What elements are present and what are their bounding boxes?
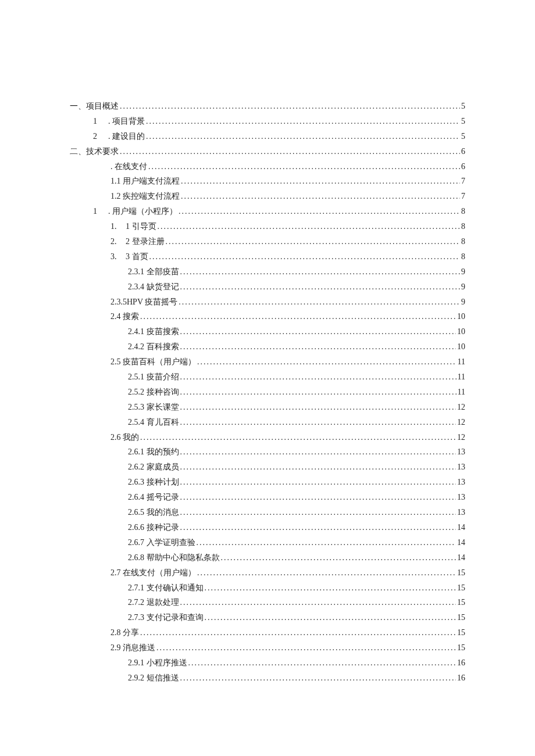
toc-entry: 2.4.1 疫苗搜索10 xyxy=(70,324,465,339)
toc-entry-number: 1 xyxy=(93,114,108,129)
toc-entry-page: 13 xyxy=(456,460,465,475)
toc-entry-page: 6 xyxy=(460,159,465,174)
toc-leader-dots xyxy=(187,655,456,671)
toc-entry-page: 8 xyxy=(460,234,465,249)
toc-leader-dots xyxy=(204,581,456,596)
toc-leader-dots xyxy=(139,430,456,445)
toc-entry: 1.1 引导页8 xyxy=(70,219,465,234)
toc-entry-text: 1 引导页 xyxy=(126,219,156,234)
toc-entry-text: 2.6.7 入学证明查验 xyxy=(128,535,195,550)
toc-entry: 2.3.5HPV 疫苗摇号9 xyxy=(70,295,465,310)
toc-entry-text: 2.4.1 疫苗搜索 xyxy=(128,324,179,339)
toc-entry-text: 2.7.3 支付记录和查询 xyxy=(128,610,204,625)
toc-entry-text: . 用户端（小程序） xyxy=(108,204,177,219)
toc-leader-dots xyxy=(177,204,460,219)
toc-entry: . 在线支付6 xyxy=(70,159,465,174)
toc-entry-number: 2. xyxy=(110,234,126,249)
toc-entry: 一、项目概述5 xyxy=(70,99,465,114)
toc-entry-text: 2.7.1 支付确认和通知 xyxy=(128,581,204,596)
toc-entry: 1. 用户端（小程序）8 xyxy=(70,204,465,219)
toc-entry: 2.5.1 疫苗介绍11 xyxy=(70,370,465,385)
toc-entry: 2.7.1 支付确认和通知15 xyxy=(70,581,465,596)
toc-entry-page: 9 xyxy=(460,280,465,295)
toc-entry: 2.4 搜索10 xyxy=(70,309,465,324)
toc-entry-number: 1. xyxy=(110,219,126,234)
toc-entry-text: 2.5.1 疫苗介绍 xyxy=(128,370,179,385)
toc-entry: 2.5 疫苗百科（用户端）11 xyxy=(70,354,465,370)
toc-entry: 2.6.8 帮助中心和隐私条款14 xyxy=(70,550,465,565)
toc-leader-dots xyxy=(195,535,456,550)
toc-entry-page: 9 xyxy=(460,295,465,310)
toc-leader-dots xyxy=(179,324,456,339)
toc-entry: 2.8 分享15 xyxy=(70,625,465,640)
toc-entry: 2.6.2 家庭成员13 xyxy=(70,460,465,475)
toc-entry: 2.3.4 缺货登记9 xyxy=(70,280,465,295)
toc-entry-page: 10 xyxy=(456,324,465,339)
toc-entry: 2.9 消息推送15 xyxy=(70,640,465,655)
toc-entry-page: 15 xyxy=(456,640,465,655)
toc-leader-dots xyxy=(179,415,456,430)
toc-entry-text: 2 登录注册 xyxy=(126,234,165,249)
toc-entry-page: 11 xyxy=(456,385,465,400)
toc-leader-dots xyxy=(179,385,456,400)
toc-entry: 2.6.4 摇号记录13 xyxy=(70,490,465,505)
toc-entry-text: 2.9.1 小程序推送 xyxy=(128,655,187,671)
toc-entry: 2.7 在线支付（用户端）15 xyxy=(70,565,465,581)
toc-entry-page: 12 xyxy=(456,400,465,415)
toc-entry-text: 2.4 搜索 xyxy=(110,309,139,324)
table-of-contents: 一、项目概述51. 项目背景52. 建设目的5二、技术要求6. 在线支付61.1… xyxy=(70,99,465,686)
toc-entry: 2.2 登录注册8 xyxy=(70,234,465,249)
toc-leader-dots xyxy=(179,339,456,354)
toc-leader-dots xyxy=(145,129,460,144)
toc-leader-dots xyxy=(156,219,461,234)
toc-entry-page: 6 xyxy=(460,144,465,159)
toc-leader-dots xyxy=(148,249,461,264)
toc-entry: 2.5.2 接种咨询11 xyxy=(70,385,465,400)
toc-entry-page: 8 xyxy=(460,204,465,219)
toc-entry: 2.6.7 入学证明查验14 xyxy=(70,535,465,550)
toc-entry: 2.6.5 我的消息13 xyxy=(70,505,465,520)
toc-entry-text: 2.5.4 育儿百科 xyxy=(128,415,179,430)
toc-entry-page: 13 xyxy=(456,490,465,505)
toc-leader-dots xyxy=(204,610,456,625)
toc-leader-dots xyxy=(119,99,460,114)
toc-entry-text: . 在线支付 xyxy=(110,159,147,174)
toc-entry-page: 13 xyxy=(456,475,465,490)
toc-leader-dots xyxy=(179,370,456,385)
toc-entry: 2.6.6 接种记录14 xyxy=(70,520,465,535)
toc-entry-text: 2.5.3 家长课堂 xyxy=(128,400,179,415)
toc-entry-number: 2 xyxy=(93,129,108,144)
toc-entry-text: 1.2 疾控端支付流程 xyxy=(110,189,180,204)
toc-entry-text: 2.4.2 百科搜索 xyxy=(128,339,179,354)
toc-entry-page: 12 xyxy=(456,415,465,430)
toc-leader-dots xyxy=(179,475,456,490)
toc-entry-text: 二、技术要求 xyxy=(70,144,119,159)
toc-entry: 2. 建设目的5 xyxy=(70,129,465,144)
toc-entry-page: 13 xyxy=(456,445,465,460)
toc-entry: 2.9.2 短信推送16 xyxy=(70,671,465,686)
toc-entry-text: 2.6.3 接种计划 xyxy=(128,475,179,490)
toc-entry-page: 5 xyxy=(460,99,465,114)
toc-leader-dots xyxy=(177,295,460,310)
toc-entry-number: 1 xyxy=(93,204,108,219)
toc-entry-text: 2.6 我的 xyxy=(110,430,139,445)
toc-entry: 2.5.3 家长课堂12 xyxy=(70,400,465,415)
toc-entry-page: 15 xyxy=(456,581,465,596)
toc-entry-page: 7 xyxy=(460,174,465,189)
toc-entry-text: 2.6.1 我的预约 xyxy=(128,445,179,460)
toc-entry-page: 14 xyxy=(456,550,465,565)
toc-entry-text: 2.6.8 帮助中心和隐私条款 xyxy=(128,550,220,565)
toc-leader-dots xyxy=(179,460,456,475)
toc-entry-text: 2.6.6 接种记录 xyxy=(128,520,179,535)
toc-entry: 2.5.4 育儿百科12 xyxy=(70,415,465,430)
toc-entry-page: 15 xyxy=(456,595,465,610)
toc-entry-page: 8 xyxy=(460,219,465,234)
toc-entry: 2.7.3 支付记录和查询15 xyxy=(70,610,465,625)
toc-entry-text: 2.8 分享 xyxy=(110,625,139,640)
toc-entry-text: 一、项目概述 xyxy=(70,99,119,114)
toc-entry-page: 10 xyxy=(456,309,465,324)
toc-leader-dots xyxy=(179,445,456,460)
toc-leader-dots xyxy=(179,520,456,535)
toc-leader-dots xyxy=(139,309,456,324)
toc-entry-text: 2.5.2 接种咨询 xyxy=(128,385,179,400)
